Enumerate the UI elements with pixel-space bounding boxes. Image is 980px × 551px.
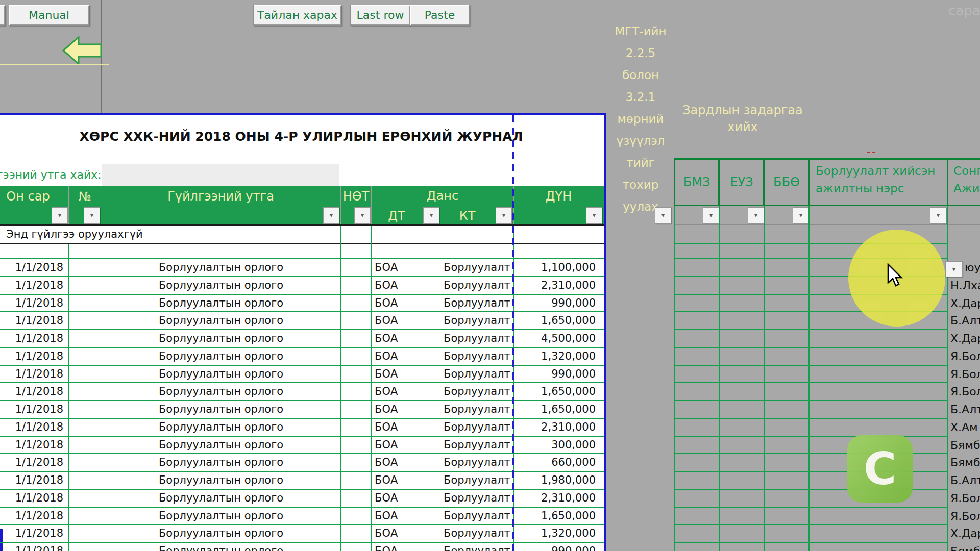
cell-description[interactable]: Борлуулалтын орлого: [101, 471, 341, 489]
cell-amount[interactable]: 1,650,000: [514, 312, 596, 330]
cell-description[interactable]: Борлуулалтын орлого: [101, 365, 341, 383]
cell-credit[interactable]: Борлуулалт: [444, 471, 512, 489]
cell-date[interactable]: 1/1/2018: [0, 454, 63, 471]
cell-date[interactable]: 1/1/2018: [0, 507, 63, 525]
filter-button-debit[interactable]: ▾: [423, 207, 439, 224]
employee-name-cell[interactable]: Б.Алт: [950, 400, 980, 418]
cell-amount[interactable]: 1,100,000: [514, 259, 596, 277]
cell-description[interactable]: Борлуулалтын орлого: [101, 312, 341, 330]
cell-date[interactable]: 1/1/2018: [0, 400, 63, 418]
employee-name-cell[interactable]: Х.Дар: [950, 524, 980, 542]
cell-debit[interactable]: БОА: [375, 489, 436, 507]
cell-debit[interactable]: БОА: [375, 542, 436, 551]
cell-amount[interactable]: 990,000: [514, 365, 596, 383]
cell-debit[interactable]: БОА: [375, 277, 436, 294]
col-header-debit[interactable]: ДТ: [371, 206, 422, 225]
cell-date[interactable]: 1/1/2018: [0, 383, 63, 400]
filter-button-date[interactable]: ▾: [52, 207, 68, 224]
employee-name-cell[interactable]: Я.Бол: [950, 365, 980, 383]
employee-name-cell[interactable]: Б.Алт: [950, 312, 980, 330]
select-column-header[interactable]: Сонго Ажил: [953, 162, 980, 197]
cell-credit[interactable]: Борлуулалт: [444, 436, 512, 454]
employee-name-cell[interactable]: Х.Дар: [950, 330, 980, 347]
cell-description[interactable]: Борлуулалтын орлого: [101, 542, 341, 551]
employee-name-cell[interactable]: Бямб: [950, 542, 980, 551]
last-row-button[interactable]: Last row: [350, 5, 410, 26]
cell-amount[interactable]: 660,000: [514, 454, 596, 471]
col-header-date[interactable]: Он сар: [0, 186, 56, 207]
cell-date[interactable]: 1/1/2018: [0, 524, 63, 542]
cell-amount[interactable]: 300,000: [514, 436, 596, 454]
expense-col-header-3[interactable]: ББӨ: [765, 159, 808, 205]
cell-description[interactable]: Борлуулалтын орлого: [101, 330, 341, 347]
manual-button[interactable]: Manual: [9, 5, 89, 26]
col-header-no[interactable]: №: [68, 186, 101, 207]
cell-description[interactable]: Борлуулалтын орлого: [101, 277, 341, 294]
cell-date[interactable]: 1/1/2018: [0, 436, 63, 454]
cell-credit[interactable]: Борлуулалт: [444, 524, 512, 542]
cell-credit[interactable]: Борлуулалт: [444, 347, 512, 365]
cut-button-sliver[interactable]: [0, 5, 5, 26]
cell-description[interactable]: Борлуулалтын орлого: [101, 489, 341, 507]
cell-amount[interactable]: 2,310,000: [514, 418, 596, 436]
filter-button-credit[interactable]: ▾: [496, 207, 512, 224]
col-header-credit[interactable]: КТ: [440, 206, 495, 225]
cell-description[interactable]: Борлуулалтын орлого: [101, 418, 341, 436]
name-cell-dropdown[interactable]: ▾: [945, 261, 963, 277]
cell-credit[interactable]: Борлуулалт: [444, 330, 512, 347]
cell-credit[interactable]: Борлуулалт: [444, 542, 512, 551]
cell-debit[interactable]: БОА: [375, 347, 436, 365]
cell-debit[interactable]: БОА: [375, 312, 436, 330]
cell-amount[interactable]: 1,320,000: [514, 524, 596, 542]
cell-date[interactable]: 1/1/2018: [0, 418, 63, 436]
cell-amount[interactable]: 1,980,000: [514, 471, 596, 489]
cell-credit[interactable]: Борлуулалт: [444, 507, 512, 525]
employee-name-cell[interactable]: Я.Бол: [950, 347, 980, 365]
filter-button-no[interactable]: ▾: [84, 207, 100, 224]
cell-date[interactable]: 1/1/2018: [0, 277, 63, 294]
cell-description[interactable]: Борлуулалтын орлого: [101, 347, 341, 365]
cell-amount[interactable]: 1,650,000: [514, 507, 596, 525]
cell-debit[interactable]: БОА: [375, 400, 436, 418]
cell-description[interactable]: Борлуулалтын орлого: [101, 259, 341, 277]
filter-button-extra[interactable]: ▾: [655, 207, 671, 224]
cell-debit[interactable]: БОА: [375, 524, 436, 542]
cell-description[interactable]: Борлуулалтын орлого: [101, 383, 341, 400]
employee-name-cell[interactable]: Я.Бол: [950, 507, 980, 525]
filter-button-vat[interactable]: ▾: [354, 207, 371, 224]
cell-debit[interactable]: БОА: [375, 383, 436, 400]
cell-credit[interactable]: Борлуулалт: [444, 400, 512, 418]
cell-amount[interactable]: 4,500,000: [514, 330, 596, 347]
cell-date[interactable]: 1/1/2018: [0, 365, 63, 383]
cell-debit[interactable]: БОА: [375, 418, 436, 436]
cell-debit[interactable]: БОА: [375, 471, 436, 489]
back-arrow-icon[interactable]: [62, 36, 102, 65]
cell-date[interactable]: 1/1/2018: [0, 330, 63, 347]
cell-date[interactable]: 1/1/2018: [0, 259, 63, 277]
cell-credit[interactable]: Борлуулалт: [444, 418, 512, 436]
cell-amount[interactable]: 1,320,000: [514, 347, 596, 365]
employee-name-cell[interactable]: Я.Бол: [950, 489, 980, 507]
cell-description[interactable]: Борлуулалтын орлого: [101, 294, 341, 312]
cell-date[interactable]: 1/1/2018: [0, 312, 63, 330]
col-header-vat[interactable]: НӨТ: [340, 186, 372, 207]
cell-credit[interactable]: Борлуулалт: [444, 383, 512, 400]
paste-button[interactable]: Paste: [410, 5, 470, 26]
col-header-amount[interactable]: ДҮН: [513, 186, 604, 207]
filter-button-description[interactable]: ▾: [323, 207, 339, 224]
employee-name-cell[interactable]: Х.Ам: [950, 418, 978, 436]
cell-credit[interactable]: Борлуулалт: [444, 277, 512, 294]
names-column-header[interactable]: Борлуулалт хийсэн ажилтны нэрс: [816, 162, 935, 197]
cell-date[interactable]: 1/1/2018: [0, 489, 63, 507]
cell-credit[interactable]: Борлуулалт: [444, 259, 512, 277]
filter-button-names[interactable]: ▾: [930, 207, 946, 224]
filter-button-bmz[interactable]: ▾: [703, 207, 719, 224]
cell-description[interactable]: Борлуулалтын орлого: [101, 524, 341, 542]
cell-debit[interactable]: БОА: [375, 507, 436, 525]
employee-name-cell[interactable]: Б.Алт: [950, 471, 980, 489]
cell-credit[interactable]: Борлуулалт: [444, 294, 512, 312]
cell-amount[interactable]: 2,310,000: [514, 489, 596, 507]
employee-name-cell[interactable]: Х.Дар: [950, 294, 980, 312]
cell-credit[interactable]: Борлуулалт: [444, 454, 512, 471]
filter-button-amount[interactable]: ▾: [586, 207, 602, 224]
